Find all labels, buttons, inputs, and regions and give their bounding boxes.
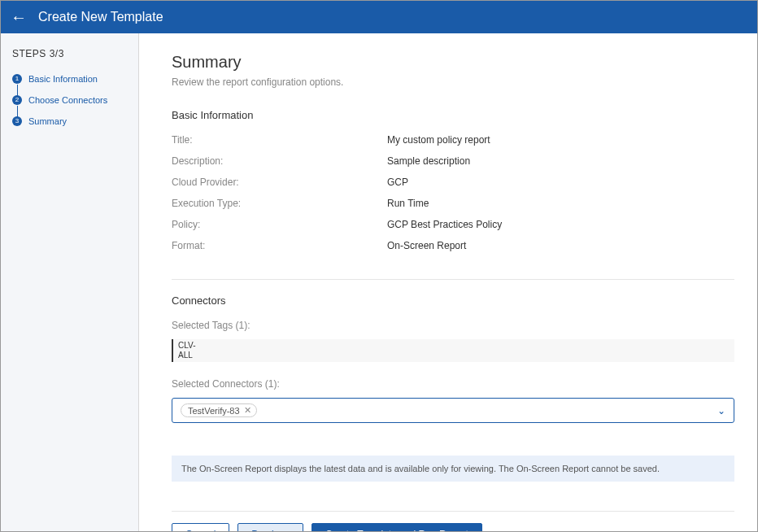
create-template-button[interactable]: Create Template and Run Report xyxy=(311,523,482,531)
section-divider xyxy=(172,279,734,280)
info-label: Cloud Provider: xyxy=(172,177,387,188)
previous-button[interactable]: Previous xyxy=(237,523,303,531)
info-value: GCP xyxy=(387,177,408,188)
back-arrow-icon[interactable]: ← xyxy=(11,9,27,25)
info-value: Sample description xyxy=(387,155,470,167)
page-title: Summary xyxy=(172,53,734,72)
tag-chip: CLV- ALL xyxy=(172,339,734,362)
connector-pill: TestVerify-83 ✕ xyxy=(181,403,257,417)
remove-connector-icon[interactable]: ✕ xyxy=(244,405,251,416)
steps-sidebar: STEPS 3/3 Basic Information Choose Conne… xyxy=(1,33,139,531)
header-title: Create New Template xyxy=(38,10,163,24)
cancel-button[interactable]: Cancel xyxy=(172,523,229,531)
info-label: Execution Type: xyxy=(172,198,387,209)
chevron-down-icon: ⌄ xyxy=(717,405,725,416)
connector-select[interactable]: TestVerify-83 ✕ ⌄ xyxy=(172,398,734,423)
info-row-format: Format: On-Screen Report xyxy=(172,240,734,251)
info-label: Description: xyxy=(172,155,387,167)
steps-counter: STEPS 3/3 xyxy=(12,48,127,59)
info-row-title: Title: My custom policy report xyxy=(172,134,734,146)
connectors-section-title: Connectors xyxy=(172,294,734,307)
tag-text-line1: CLV- xyxy=(178,341,196,350)
basic-info-section-title: Basic Information xyxy=(172,109,734,121)
footer-actions: Cancel Previous Create Template and Run … xyxy=(172,511,734,531)
selected-tags-label: Selected Tags (1): xyxy=(172,320,734,331)
info-label: Policy: xyxy=(172,219,387,230)
step-summary[interactable]: Summary xyxy=(12,116,127,126)
info-value: Run Time xyxy=(387,198,429,209)
step-list: Basic Information Choose Connectors Summ… xyxy=(12,74,127,126)
info-row-policy: Policy: GCP Best Practices Policy xyxy=(172,219,734,230)
info-value: GCP Best Practices Policy xyxy=(387,219,502,230)
step-label: Choose Connectors xyxy=(28,95,107,105)
tag-text-line2: ALL xyxy=(178,351,193,360)
selected-connectors-label: Selected Connectors (1): xyxy=(172,378,734,390)
connector-pill-text: TestVerify-83 xyxy=(188,406,240,416)
info-value: On-Screen Report xyxy=(387,240,466,251)
page-subtitle: Review the report configuration options. xyxy=(172,76,734,88)
info-value: My custom policy report xyxy=(387,134,490,146)
info-label: Title: xyxy=(172,134,387,146)
info-row-description: Description: Sample description xyxy=(172,155,734,167)
content-area: STEPS 3/3 Basic Information Choose Conne… xyxy=(1,33,757,531)
info-row-cloud-provider: Cloud Provider: GCP xyxy=(172,177,734,188)
step-label: Summary xyxy=(28,116,67,126)
step-choose-connectors[interactable]: Choose Connectors xyxy=(12,95,127,105)
page-header: ← Create New Template xyxy=(1,1,757,33)
onscreen-report-notice: The On-Screen Report displays the latest… xyxy=(172,456,734,482)
info-row-execution-type: Execution Type: Run Time xyxy=(172,198,734,209)
main-panel: Summary Review the report configuration … xyxy=(139,33,757,531)
step-basic-information[interactable]: Basic Information xyxy=(12,74,127,84)
step-label: Basic Information xyxy=(28,74,98,84)
info-label: Format: xyxy=(172,240,387,251)
